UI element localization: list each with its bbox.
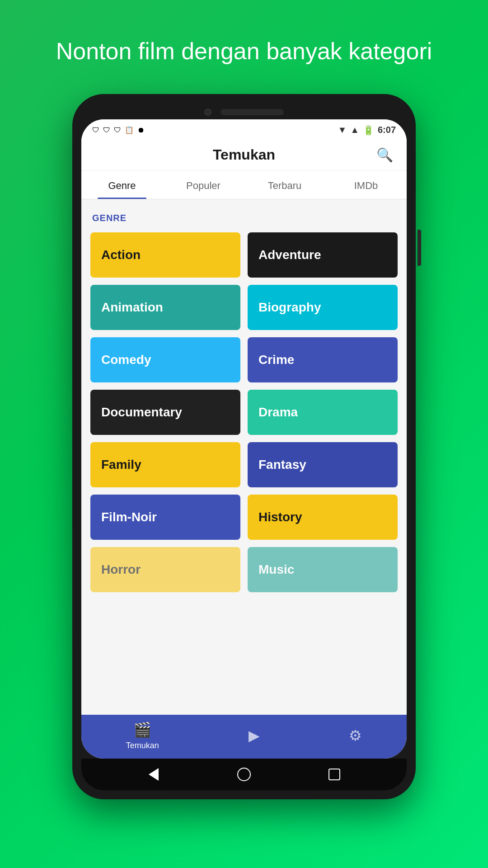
page-headline: Nonton film dengan banyak kategori: [29, 0, 460, 94]
notification-icon-2: 🛡: [103, 126, 110, 134]
signal-icon: ▲: [350, 125, 359, 135]
home-button[interactable]: [236, 766, 252, 783]
genre-label-documentary: Documentary: [101, 405, 182, 420]
genre-label-drama: Drama: [258, 405, 298, 420]
genre-tile-crime[interactable]: Crime: [248, 337, 398, 382]
tab-imdb[interactable]: IMDb: [325, 171, 407, 199]
phone-top: [81, 103, 407, 119]
tab-genre[interactable]: Genre: [81, 171, 163, 199]
genre-grid: Action Adventure Animation Biography Com…: [90, 232, 398, 592]
nav-item-settings[interactable]: ⚙: [349, 727, 362, 744]
browse-icon: ▶: [249, 727, 260, 744]
status-icons-right: ▼ ▲ 🔋 6:07: [338, 125, 396, 136]
phone-screen: 🛡 🛡 🛡 📋 ⏺ ▼ ▲ 🔋 6:07 Temukan 🔍 Genre Pop…: [81, 119, 407, 759]
genre-tile-horror[interactable]: Horror: [90, 547, 240, 592]
genre-label-adventure: Adventure: [258, 248, 321, 262]
genre-label-horror: Horror: [101, 562, 141, 577]
genre-label-biography: Biography: [258, 300, 321, 315]
volume-button: [418, 230, 421, 266]
wifi-icon: ▼: [338, 125, 347, 135]
genre-label-crime: Crime: [258, 353, 294, 367]
clock: 6:07: [378, 125, 396, 135]
nav-item-temukan[interactable]: 🎬 Temukan: [126, 721, 159, 750]
notification-icon-5: ⏺: [137, 126, 145, 134]
temukan-icon: 🎬: [133, 721, 151, 738]
notification-icon-1: 🛡: [92, 126, 99, 134]
genre-label-fantasy: Fantasy: [258, 458, 306, 472]
status-icons-left: 🛡 🛡 🛡 📋 ⏺: [92, 126, 145, 134]
status-bar: 🛡 🛡 🛡 📋 ⏺ ▼ ▲ 🔋 6:07: [81, 119, 407, 139]
genre-label-film-noir: Film-Noir: [101, 510, 157, 524]
genre-tile-biography[interactable]: Biography: [248, 285, 398, 330]
back-button[interactable]: [145, 766, 162, 783]
genre-tile-animation[interactable]: Animation: [90, 285, 240, 330]
phone-device: 🛡 🛡 🛡 📋 ⏺ ▼ ▲ 🔋 6:07 Temukan 🔍 Genre Pop…: [72, 94, 416, 799]
genre-label-comedy: Comedy: [101, 353, 151, 367]
bottom-nav: 🎬 Temukan ▶ ⚙: [81, 715, 407, 759]
genre-label-history: History: [258, 510, 302, 524]
settings-icon: ⚙: [349, 727, 362, 744]
tab-terbaru[interactable]: Terbaru: [244, 171, 325, 199]
notification-icon-4: 📋: [125, 126, 134, 134]
tab-populer[interactable]: Populer: [163, 171, 244, 199]
tab-bar: Genre Populer Terbaru IMDb: [81, 171, 407, 199]
genre-tile-documentary[interactable]: Documentary: [90, 390, 240, 435]
genre-tile-fantasy[interactable]: Fantasy: [248, 442, 398, 487]
genre-label-family: Family: [101, 458, 141, 472]
genre-tile-adventure[interactable]: Adventure: [248, 232, 398, 278]
speaker-grille: [221, 109, 284, 115]
genre-tile-history[interactable]: History: [248, 495, 398, 540]
genre-tile-comedy[interactable]: Comedy: [90, 337, 240, 382]
notification-icon-3: 🛡: [114, 126, 121, 134]
nav-item-browse[interactable]: ▶: [249, 727, 260, 744]
phone-nav-buttons: [81, 759, 407, 790]
search-button[interactable]: 🔍: [376, 147, 393, 163]
battery-icon: 🔋: [363, 125, 374, 136]
app-title: Temukan: [213, 146, 275, 163]
app-bar: Temukan 🔍: [81, 139, 407, 171]
genre-label-music: Music: [258, 562, 294, 577]
recents-button[interactable]: [326, 766, 343, 783]
section-label: GENRE: [90, 208, 398, 232]
genre-tile-film-noir[interactable]: Film-Noir: [90, 495, 240, 540]
temukan-label: Temukan: [126, 741, 159, 750]
genre-tile-family[interactable]: Family: [90, 442, 240, 487]
genre-tile-music[interactable]: Music: [248, 547, 398, 592]
genre-label-animation: Animation: [101, 300, 163, 315]
content-area: GENRE Action Adventure Animation Biograp…: [81, 199, 407, 715]
front-camera: [204, 108, 211, 116]
genre-tile-drama[interactable]: Drama: [248, 390, 398, 435]
genre-tile-action[interactable]: Action: [90, 232, 240, 278]
genre-label-action: Action: [101, 248, 141, 262]
